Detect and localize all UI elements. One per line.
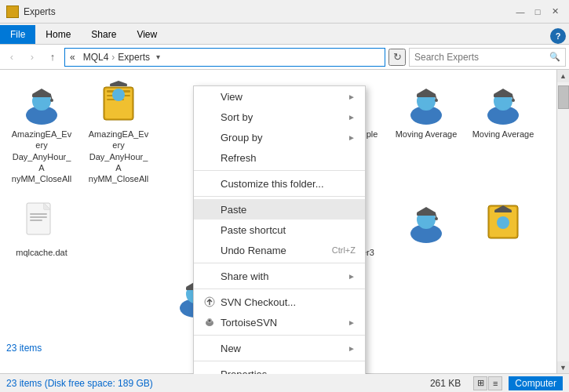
ribbon-tabs: File Home Share View ? [0, 24, 569, 44]
ctx-sort[interactable]: Sort by ► [194, 107, 365, 127]
up-button[interactable]: ↑ [44, 49, 61, 66]
ctx-share-with[interactable]: Share with ► [194, 266, 365, 286]
ctx-svn-checkout-icon [203, 296, 216, 308]
svg-marker-55 [417, 207, 436, 212]
svg-rect-28 [494, 94, 512, 97]
ctx-svn-checkout-label: SVN Checkout... [221, 296, 296, 308]
ctx-sep-4 [194, 289, 365, 289]
ctx-tortoisesvn-label: TortoiseSVN [221, 317, 277, 328]
svg-marker-29 [494, 89, 512, 94]
scroll-thumb[interactable] [558, 85, 569, 109]
spacer-6 [83, 269, 154, 270]
ctx-properties[interactable]: Properties [194, 364, 365, 374]
maximize-button[interactable]: □ [530, 4, 545, 20]
file-item-amazingea2[interactable]: AmazingEA_Every Day_AnyHour_A nyMM_Close… [83, 76, 154, 188]
ctx-sep-3 [194, 263, 365, 263]
file-item-amazingea1[interactable]: AmazingEA_Every Day_AnyHour_A nyMM_Close… [6, 76, 77, 188]
ctx-new[interactable]: New ► [194, 338, 365, 358]
tab-home[interactable]: Home [35, 25, 81, 44]
title-text: Experts [24, 6, 56, 17]
ctx-paste-icon [203, 203, 216, 216]
ctx-share-arrow: ► [348, 272, 356, 281]
file-item-row3-1[interactable] [391, 194, 461, 262]
back-button[interactable]: ‹ [3, 49, 20, 66]
view-large-icons-button[interactable]: ⊞ [473, 376, 487, 390]
svg-marker-23 [417, 89, 436, 94]
ctx-tortoisesvn-arrow: ► [348, 318, 356, 327]
path-separator-1: › [111, 52, 115, 63]
search-icon: 🔍 [549, 52, 560, 62]
path-mql4[interactable]: « MQL4 [70, 52, 108, 63]
ctx-paste-shortcut-label: Paste shortcut [221, 224, 286, 236]
file-icon-moving-avg2 [480, 80, 527, 127]
ctx-paste-shortcut[interactable]: Paste shortcut [194, 220, 365, 240]
window-controls: — □ ✕ [512, 4, 563, 20]
scroll-up-arrow[interactable]: ▲ [557, 70, 570, 82]
file-item-moving-avg2[interactable]: Moving Average [468, 76, 538, 188]
file-item-row3-2[interactable] [468, 194, 538, 262]
svg-rect-22 [417, 94, 436, 97]
close-button[interactable]: ✕ [547, 4, 563, 20]
view-toggle-icons: ⊞ ≡ [473, 376, 502, 390]
address-path[interactable]: « MQL4 › Experts ▾ [64, 48, 385, 67]
ctx-view-icon [203, 90, 216, 103]
computer-label: Computer [509, 376, 563, 390]
scroll-down-arrow[interactable]: ▼ [557, 361, 570, 374]
ctx-view[interactable]: View ► [194, 86, 365, 107]
context-menu: View ► Sort by ► Group by ► [193, 85, 366, 374]
ctx-paste[interactable]: Paste [194, 199, 365, 220]
ctx-paste-label: Paste [221, 204, 246, 216]
ctx-properties-icon [203, 368, 216, 374]
file-view: AmazingEA_Every Day_AnyHour_A nyMM_Close… [0, 70, 556, 374]
ctx-sep-5 [194, 335, 365, 336]
ctx-refresh[interactable]: Refresh [194, 147, 365, 168]
ctx-svn-checkout[interactable]: SVN Checkout... [194, 292, 365, 312]
ctx-customize-icon [203, 177, 216, 190]
ctx-new-label: New [221, 343, 241, 354]
ctx-new-arrow: ► [348, 344, 356, 353]
search-input[interactable] [414, 52, 546, 63]
ctx-customize[interactable]: Customize this folder... [194, 173, 365, 194]
file-item-mqlcache[interactable]: mqlcache.dat [6, 194, 77, 262]
tab-file[interactable]: File [0, 25, 35, 44]
refresh-button[interactable]: ↻ [388, 49, 406, 66]
address-bar: ‹ › ↑ « MQL4 › Experts ▾ ↻ 🔍 [0, 45, 569, 70]
minimize-button[interactable]: — [512, 4, 528, 20]
svg-point-13 [112, 89, 125, 101]
ctx-share-label: Share with [221, 270, 268, 282]
ctx-sort-arrow: ► [348, 113, 356, 122]
ctx-tortoisesvn[interactable]: TortoiseSVN ► [194, 312, 365, 332]
ctx-sort-label: Sort by [221, 111, 253, 123]
ctx-group[interactable]: Group by ► [194, 127, 365, 147]
view-details-button[interactable]: ≡ [488, 376, 502, 390]
file-label-amazingea2: AmazingEA_Every Day_AnyHour_A nyMM_Close… [87, 129, 150, 184]
status-file-size: 261 KB [430, 378, 461, 389]
ctx-sep-2 [194, 196, 365, 197]
file-item-moving-avg1[interactable]: Moving Average [391, 76, 461, 188]
file-label-moving-avg2: Moving Average [472, 129, 534, 140]
ctx-view-label: View [221, 91, 243, 103]
ctx-group-icon [203, 131, 216, 143]
tab-view[interactable]: View [126, 25, 167, 44]
path-dropdown-arrow[interactable]: ▾ [156, 53, 160, 61]
title-folder-icon [6, 5, 19, 18]
ctx-undo-rename-icon [203, 244, 216, 256]
spacer-1 [160, 76, 231, 77]
ctx-undo-rename[interactable]: Undo Rename Ctrl+Z [194, 240, 365, 260]
tab-share[interactable]: Share [81, 25, 126, 44]
forward-button[interactable]: › [24, 49, 41, 66]
spacer-3 [83, 194, 154, 195]
ctx-sep-1 [194, 170, 365, 171]
svg-rect-35 [30, 213, 47, 215]
svg-rect-36 [30, 216, 47, 218]
ctx-sort-icon [203, 111, 216, 123]
search-box: 🔍 [409, 48, 566, 67]
svg-rect-61 [494, 210, 512, 212]
svg-point-70 [209, 320, 211, 322]
ctx-paste-shortcut-icon [203, 223, 216, 236]
path-experts[interactable]: Experts [118, 52, 150, 63]
svg-marker-3 [32, 89, 51, 94]
main-area: AmazingEA_Every Day_AnyHour_A nyMM_Close… [0, 70, 569, 374]
svg-rect-2 [32, 94, 51, 97]
help-button[interactable]: ? [550, 28, 566, 44]
